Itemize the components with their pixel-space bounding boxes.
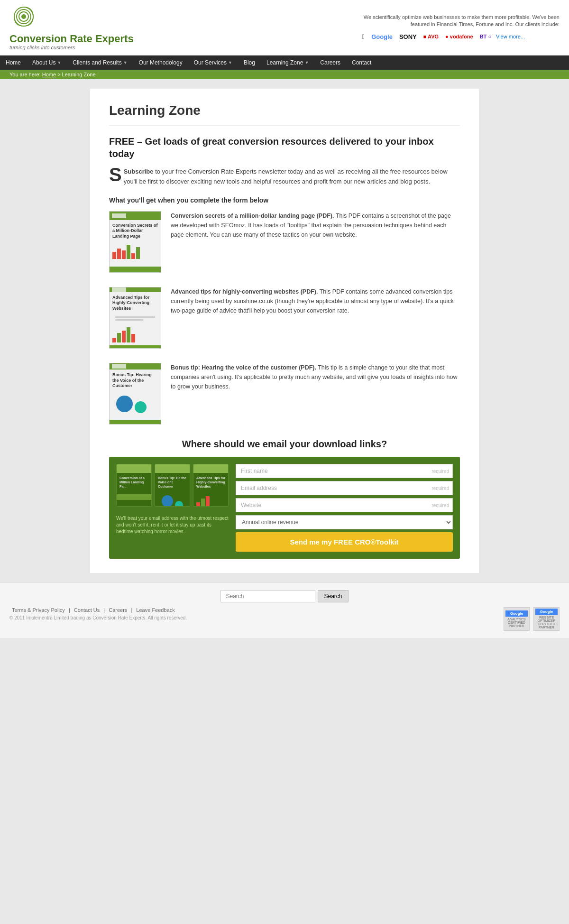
bar (131, 334, 135, 342)
client-logos:  Google SONY ■ AVG ● vodafone BT ○ View… (360, 32, 560, 41)
footer-search-button[interactable]: Search (318, 590, 348, 602)
resource-desc-3: Bonus tip: Hearing the voice of the cust… (171, 363, 460, 391)
email-form-box: Conversion of a Million Landing Pa... Bo… (109, 457, 460, 559)
what-heading: What you'll get when you complete the fo… (109, 196, 460, 204)
badge-cert-label: WEBSITE OPTIMIZERCERTIFIEDPARTNER (535, 616, 558, 629)
footer-search-input[interactable] (220, 590, 315, 602)
bar (136, 247, 140, 259)
drop-cap: S (109, 167, 122, 182)
bar (127, 245, 130, 259)
bubble (175, 501, 183, 507)
form-inner: Conversion of a Million Landing Pa... Bo… (116, 464, 453, 552)
intro-bold: Subscribe (124, 168, 154, 175)
badge-top-label: Google (505, 610, 528, 617)
footer-link-contact[interactable]: Contact Us (74, 607, 100, 613)
footer-badges: Google ANALYTICSCERTIFIEDPARTNER Google … (504, 607, 560, 631)
required-label: required (431, 468, 449, 473)
resource-item-3: Bonus Tip: Hearing the Voice of the Cust… (109, 363, 460, 425)
thumb-title: Bonus Tip: Hearing the Voice of the Cust… (112, 372, 158, 389)
thumb-body: Conversion Secrets of a Million-Dollar L… (110, 220, 161, 267)
site-header: Conversion Rate Experts turning clicks i… (0, 0, 569, 55)
thumb-logo (112, 287, 126, 292)
thumb-line (115, 316, 155, 318)
nav-blog[interactable]: Blog (238, 55, 261, 70)
nav-learning-zone[interactable]: Learning Zone▼ (261, 55, 314, 70)
email-heading: Where should we email your download link… (109, 439, 460, 450)
firstname-input[interactable] (236, 464, 453, 478)
thumb-title: Conversion of a Million Landing Pa... (119, 476, 148, 489)
breadcrumb-separator: > (57, 72, 62, 77)
nav-methodology[interactable]: Our Methodology (133, 55, 188, 70)
nav-arrow: ▼ (123, 60, 128, 65)
thumb-line (115, 319, 143, 321)
bar (201, 499, 205, 507)
footer-link-feedback[interactable]: Leave Feedback (136, 607, 174, 613)
thumb-header (110, 363, 161, 370)
main-container: Learning Zone FREE – Get loads of great … (85, 89, 484, 573)
view-more-link[interactable]: View more... (496, 34, 525, 39)
logo-tagline: turning clicks into customers (9, 45, 134, 50)
free-heading: FREE – Get loads of great conversion res… (109, 135, 460, 160)
badge-top-label: Google (535, 609, 558, 615)
nav-careers[interactable]: Careers (314, 55, 346, 70)
footer-link-terms[interactable]: Terms & Privacy Policy (12, 607, 65, 613)
form-left: Conversion of a Million Landing Pa... Bo… (116, 464, 229, 552)
bar (112, 252, 116, 259)
thumb-bubble (112, 392, 158, 417)
thumb-body: Advanced Tips for Highly-Converting Webs… (110, 292, 161, 345)
intro-paragraph: S Subscribe to your free Conversion Rate… (109, 167, 460, 187)
bar (112, 338, 116, 342)
required-label: required (431, 502, 449, 508)
thumb-header (110, 287, 161, 292)
resource-item-2: Advanced Tips for Highly-Converting Webs… (109, 287, 460, 349)
bar (131, 253, 135, 259)
email-row: required (236, 481, 453, 495)
email-input[interactable] (236, 481, 453, 495)
resource-desc-2: Advanced tips for highly-converting webs… (171, 287, 460, 315)
thumb-header (117, 464, 151, 473)
footer-links: Terms & Privacy Policy | Contact Us | Ca… (9, 607, 187, 613)
resource-desc-1: Conversion secrets of a million-dollar l… (171, 211, 460, 240)
bar (122, 331, 126, 342)
form-disclaimer: We'll treat your email address with the … (116, 515, 229, 535)
resource-thumbnail-3: Bonus Tip: Hearing the Voice of the Cust… (109, 363, 161, 425)
nav-home[interactable]: Home (0, 55, 27, 70)
resource-item-1: Conversion Secrets of a Million-Dollar L… (109, 211, 460, 273)
header-description: We scientifically optimize web businesse… (360, 14, 560, 28)
thumb-logo (112, 213, 126, 218)
apple-logo:  (360, 32, 367, 41)
resource-bold-2: Advanced tips for highly-converting webs… (171, 288, 318, 295)
website-input[interactable] (236, 498, 453, 512)
thumb-chart (196, 491, 225, 507)
footer-copyright: © 2011 Implementra Limited trading as Co… (9, 615, 187, 620)
thumb-title: Conversion Secrets of a Million-Dollar L… (112, 223, 158, 240)
nav-clients[interactable]: Clients and Results▼ (67, 55, 133, 70)
submit-button[interactable]: Send me my FREE CRO®Toolkit (236, 532, 453, 552)
form-img-1: Conversion of a Million Landing Pa... (116, 464, 152, 507)
intro-text: to your free Conversion Rate Experts new… (124, 168, 448, 185)
svg-point-3 (21, 14, 26, 19)
thumb-header (110, 212, 161, 220)
thumb-header (193, 464, 228, 473)
site-footer: Search Terms & Privacy Policy | Contact … (0, 582, 569, 638)
bubble (162, 495, 173, 507)
thumb-body: Bonus Tip: He the Voice of t Customer (155, 473, 190, 507)
thumb-logo (112, 364, 126, 369)
footer-link-careers[interactable]: Careers (109, 607, 127, 613)
thumb-footer (117, 494, 151, 500)
bubble-large (116, 396, 133, 412)
breadcrumb-home[interactable]: Home (42, 72, 56, 77)
bubble-small (135, 401, 147, 413)
nav-contact[interactable]: Contact (346, 55, 377, 70)
website-row: required (236, 498, 453, 512)
bt-logo: BT ○ (478, 33, 493, 40)
thumb-lines (112, 314, 158, 324)
nav-about[interactable]: About Us▼ (27, 55, 67, 70)
revenue-select[interactable]: Annual online revenue (236, 515, 453, 529)
form-images: Conversion of a Million Landing Pa... Bo… (116, 464, 229, 511)
nav-arrow: ▼ (57, 60, 61, 65)
nav-services[interactable]: Our Services▼ (188, 55, 238, 70)
required-label: required (431, 485, 449, 490)
thumb-body: Advanced Tips for Highly-Converting Webs… (193, 473, 228, 507)
sony-logo: SONY (397, 32, 419, 41)
